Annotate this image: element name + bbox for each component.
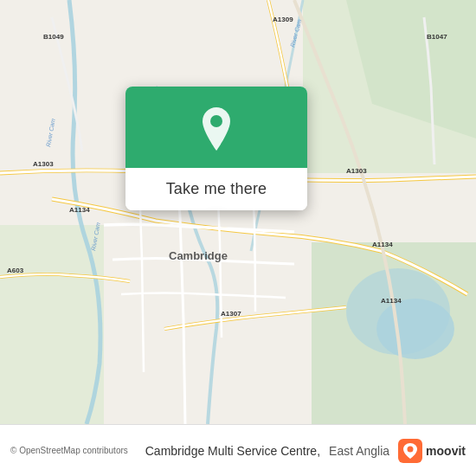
moovit-logo: moovit (398, 439, 466, 463)
svg-text:A1134: A1134 (69, 206, 90, 214)
location-pin-icon (197, 106, 235, 152)
take-me-there-button[interactable]: Take me there (166, 180, 267, 198)
popup-green-area (125, 87, 307, 168)
svg-text:A1303: A1303 (33, 160, 54, 168)
popup-card: Take me there (125, 87, 307, 210)
svg-text:Cambridge: Cambridge (169, 249, 228, 262)
popup-button-area: Take me there (125, 168, 307, 210)
location-name: Cambridge Multi Service Centre, (145, 444, 320, 458)
svg-text:A603: A603 (7, 267, 24, 274)
moovit-text: moovit (426, 444, 466, 458)
map-svg: A1303 A1303 A1134 A1134 A1134 A1309 A603… (0, 0, 476, 424)
map-container: A1303 A1303 A1134 A1134 A1134 A1309 A603… (0, 0, 476, 424)
svg-text:B1049: B1049 (43, 33, 64, 41)
moovit-icon (398, 439, 422, 463)
svg-text:A1309: A1309 (273, 16, 293, 23)
svg-text:A1134: A1134 (381, 297, 402, 305)
svg-point-21 (210, 115, 222, 127)
region-name: East Anglia (329, 444, 389, 458)
svg-text:A1307: A1307 (221, 310, 241, 318)
svg-text:B1047: B1047 (427, 33, 447, 41)
svg-text:A1303: A1303 (346, 167, 367, 175)
svg-text:A1134: A1134 (372, 241, 393, 248)
svg-point-23 (408, 446, 414, 452)
bottom-bar: © OpenStreetMap contributors Cambridge M… (0, 424, 476, 476)
copyright-text: © OpenStreetMap contributors (10, 446, 137, 455)
svg-point-6 (376, 299, 454, 359)
